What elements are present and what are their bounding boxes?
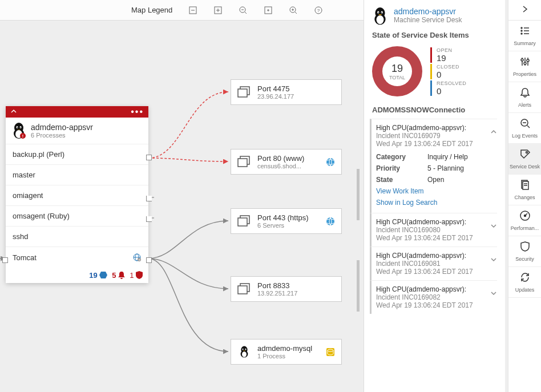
incident-item[interactable]: High CPU(admdemo-appsvr): Incident INC01… xyxy=(370,246,497,280)
zoom-out-icon[interactable] xyxy=(239,6,248,15)
input-port[interactable] xyxy=(2,257,8,263)
output-port[interactable] xyxy=(146,216,152,222)
svg-point-48 xyxy=(243,349,244,350)
list-icon xyxy=(519,25,531,39)
port-box[interactable]: Port 447523.96.24.177 xyxy=(231,79,342,105)
process-item[interactable]: Tomcat ⚙ xyxy=(6,246,148,268)
svg-point-80 xyxy=(524,215,526,217)
zoom-fit-icon[interactable] xyxy=(264,6,273,15)
output-port[interactable] xyxy=(146,196,152,201)
output-port[interactable] xyxy=(146,155,152,160)
status-summary: 19 TOTAL OPEN19 CLOSED0 RESOLVED0 xyxy=(372,46,497,96)
process-item[interactable]: omiagent xyxy=(6,185,148,205)
globe-icon xyxy=(325,216,336,227)
svg-point-45 xyxy=(242,351,247,357)
svg-point-56 xyxy=(381,11,383,14)
zoom-in-icon[interactable] xyxy=(289,6,298,15)
svg-point-59 xyxy=(521,27,522,29)
server-name: admdemo-appsvr xyxy=(31,123,93,132)
process-item[interactable]: sshd xyxy=(6,226,148,246)
server-node-header[interactable]: ••• xyxy=(6,106,148,118)
chevron-right-icon xyxy=(521,4,529,16)
process-item[interactable]: backup.pl (Perl) xyxy=(6,144,148,164)
expand-all-icon[interactable] xyxy=(213,6,223,15)
svg-point-55 xyxy=(377,11,379,14)
help-icon[interactable]: ? xyxy=(314,6,323,15)
rail-alerts[interactable]: Alerts xyxy=(508,82,541,113)
panel-section-title: State of Service Desk Items xyxy=(372,31,497,39)
chevron-down-icon[interactable] xyxy=(490,221,497,232)
svg-point-25 xyxy=(20,127,21,128)
stat-security: 1 xyxy=(130,271,143,280)
port-box[interactable]: Port 80 (www)census6.shod... xyxy=(231,149,342,175)
server-node-title: ! admdemo-appsvr 6 Processes xyxy=(6,118,148,144)
status-list: OPEN19 CLOSED0 RESOLVED0 xyxy=(430,47,466,96)
servers-icon xyxy=(237,86,252,99)
linux-icon: ! xyxy=(11,122,26,139)
svg-rect-34 xyxy=(238,89,247,97)
chevron-up-icon[interactable] xyxy=(10,107,17,117)
servers-icon xyxy=(237,155,252,169)
svg-point-58 xyxy=(381,12,382,13)
svg-point-24 xyxy=(17,127,18,128)
chevron-up-icon[interactable] xyxy=(490,127,497,138)
refresh-icon xyxy=(519,272,531,286)
rail-summary[interactable]: Summary xyxy=(508,21,541,51)
stat-alert: 5 xyxy=(112,271,125,280)
svg-point-66 xyxy=(521,59,523,61)
web-icon: ⚙ xyxy=(132,253,142,262)
node-footer: 19 5 1 xyxy=(6,268,148,283)
process-item[interactable]: master xyxy=(6,164,148,185)
chevron-down-icon[interactable] xyxy=(490,255,497,265)
port-box[interactable]: Port 443 (https)6 Servers xyxy=(231,208,342,234)
rail-security[interactable]: Security xyxy=(508,236,541,267)
svg-rect-17 xyxy=(357,169,360,220)
svg-point-46 xyxy=(243,348,244,350)
show-in-log-search-link[interactable]: Show in Log Search xyxy=(376,197,497,208)
incident-item[interactable]: High CPU(admdemo-appsvr): Incident INC01… xyxy=(370,119,497,213)
rail-service-desk[interactable]: Service Desk xyxy=(508,144,541,175)
svg-point-47 xyxy=(245,348,246,350)
rail-collapse[interactable] xyxy=(508,0,541,21)
rail-log-events[interactable]: Log Events xyxy=(508,113,541,144)
incident-item[interactable]: High CPU(admdemo-appsvr): Incident INC01… xyxy=(370,213,497,246)
svg-rect-42 xyxy=(238,286,247,294)
map-legend-label[interactable]: Map Legend xyxy=(131,6,172,14)
svg-point-61 xyxy=(521,30,522,31)
server-node-admdemo-appsvr[interactable]: ••• ! admdemo-appsvr 6 Processes backup.… xyxy=(6,106,148,283)
collapse-all-icon[interactable] xyxy=(188,6,197,15)
more-icon[interactable]: ••• xyxy=(131,107,144,117)
incident-item[interactable]: High CPU(admdemo-appsvr): Incident INC01… xyxy=(370,280,497,314)
output-port[interactable] xyxy=(146,257,152,263)
rail-properties[interactable]: Properties xyxy=(508,51,541,82)
connection-title: ADMOMSSNOWConnectio xyxy=(372,106,497,114)
process-item[interactable]: omsagent (Ruby) xyxy=(6,205,148,226)
globe-icon xyxy=(325,157,336,167)
chevron-down-icon[interactable] xyxy=(490,289,497,299)
donut-chart: 19 TOTAL xyxy=(372,46,422,96)
port-box[interactable]: Port 883313.92.251.217 xyxy=(231,276,342,302)
sliders-icon xyxy=(519,56,531,70)
map-canvas[interactable]: ••• ! admdemo-appsvr 6 Processes backup.… xyxy=(0,21,364,392)
stat-info: 19 xyxy=(89,271,107,280)
map-toolbar: Map Legend ? xyxy=(0,0,364,21)
linux-icon xyxy=(372,7,388,25)
rail-performance[interactable]: Performan... xyxy=(508,205,541,236)
linux-icon xyxy=(237,345,252,359)
svg-point-49 xyxy=(245,349,246,350)
svg-point-57 xyxy=(378,12,379,13)
svg-rect-36 xyxy=(238,159,247,167)
svg-rect-39 xyxy=(238,218,247,226)
status-resolved: RESOLVED0 xyxy=(430,80,466,96)
svg-point-68 xyxy=(524,62,526,64)
rail-changes[interactable]: Changes xyxy=(508,175,541,205)
svg-point-70 xyxy=(527,59,529,62)
svg-line-6 xyxy=(245,12,247,14)
doc-icon xyxy=(519,179,531,193)
view-work-item-link[interactable]: View Work Item xyxy=(376,185,497,197)
svg-line-12 xyxy=(295,12,297,14)
port-box[interactable]: admdemo-mysql1 Process xyxy=(231,339,342,365)
shield-icon xyxy=(519,241,531,255)
svg-rect-18 xyxy=(357,260,360,312)
rail-updates[interactable]: Updates xyxy=(508,267,541,298)
